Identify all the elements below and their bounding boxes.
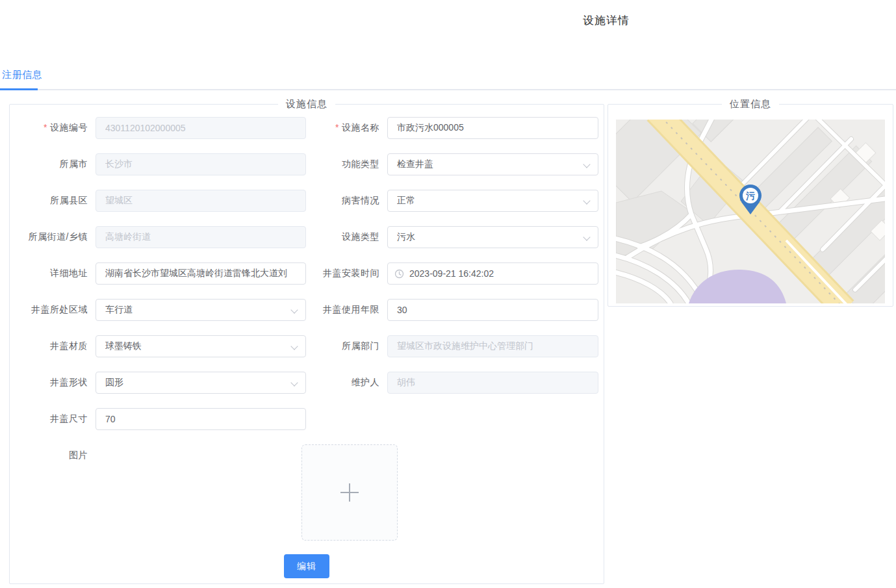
chevron-down-icon [290, 306, 298, 313]
form-row: 所属街道/乡镇 [10, 226, 306, 248]
map-canvas[interactable]: 污 [616, 120, 885, 303]
map-image: 污 [616, 120, 885, 303]
plus-icon [340, 483, 359, 502]
form-row: 功能类型 检查井盖 [306, 153, 598, 175]
field-control [387, 117, 598, 139]
select-value: 圆形 [105, 377, 123, 389]
field-label: 井盖安装时间 [306, 268, 387, 279]
form-row: 井盖所处区域 车行道 [10, 299, 306, 321]
edit-button[interactable]: 编辑 [284, 554, 329, 578]
form-row: *设施名称 [306, 117, 598, 139]
county-input[interactable] [96, 190, 306, 212]
tab-bar: 注册信息 [0, 69, 896, 90]
image-upload[interactable] [301, 444, 398, 541]
cover-material-select[interactable]: 球墨铸铁 [96, 335, 306, 357]
required-asterisk: * [335, 122, 339, 133]
city-input[interactable] [96, 153, 306, 175]
image-row: 图片 [10, 444, 604, 541]
department-input[interactable] [387, 335, 598, 357]
field-control [96, 444, 604, 541]
field-label: 井盖所处区域 [10, 304, 96, 316]
field-control [96, 226, 306, 248]
location-panel-legend: 位置信息 [722, 98, 779, 110]
field-control [96, 190, 306, 212]
field-label: 所属县区 [10, 195, 96, 207]
chevron-down-icon [583, 160, 590, 168]
form-row: 维护人 [306, 372, 598, 394]
field-label-text: 设施编号 [50, 122, 88, 133]
select-value: 污水 [397, 231, 415, 243]
field-label: 图片 [10, 444, 96, 461]
address-input[interactable] [96, 262, 306, 285]
form-row: 详细地址 [10, 262, 306, 285]
field-label-text: 设施名称 [342, 122, 379, 133]
select-value: 球墨铸铁 [105, 340, 142, 352]
chevron-down-icon [290, 379, 298, 386]
field-control [387, 299, 598, 321]
form-column-left: *设施编号 所属市 所属县区 [10, 117, 306, 444]
form-row: 设施类型 污水 [306, 226, 598, 248]
field-control [96, 153, 306, 175]
field-label: 井盖形状 [10, 377, 96, 389]
field-label: 井盖使用年限 [306, 304, 387, 316]
form-row: 所属县区 [10, 190, 306, 212]
facility-panel-legend: 设施信息 [278, 98, 335, 110]
select-value: 正常 [397, 195, 415, 207]
form-row: 所属部门 [306, 335, 598, 357]
field-control [96, 408, 306, 430]
form-row: *设施编号 [10, 117, 306, 139]
select-value: 检查井盖 [397, 159, 433, 170]
field-label: 井盖尺寸 [10, 413, 96, 425]
clock-icon [394, 269, 404, 279]
form-row: 所属市 [10, 153, 306, 175]
marker-glyph: 污 [745, 190, 755, 201]
field-control [387, 372, 598, 394]
field-label: 维护人 [306, 377, 387, 389]
cover-size-input[interactable] [96, 408, 306, 430]
field-label: *设施名称 [306, 122, 387, 134]
form-columns: *设施编号 所属市 所属县区 [10, 110, 604, 444]
cover-area-select[interactable]: 车行道 [96, 299, 306, 321]
field-control [96, 262, 306, 285]
form-row: 井盖形状 圆形 [10, 372, 306, 394]
install-time-picker[interactable]: 2023-09-21 16:42:02 [387, 262, 598, 285]
service-life-input[interactable] [387, 299, 598, 321]
cover-shape-select[interactable]: 圆形 [96, 372, 306, 394]
field-label: 井盖材质 [10, 340, 96, 352]
required-asterisk: * [44, 122, 47, 133]
form-row: 井盖安装时间 2023-09-21 16:42:02 [306, 262, 598, 285]
facility-detail-page: 设施详情 注册信息 设施信息 *设施编号 所属市 [0, 0, 896, 588]
field-control [96, 117, 306, 139]
facility-code-input[interactable] [96, 117, 306, 139]
disease-status-select[interactable]: 正常 [387, 190, 598, 212]
page-title: 设施详情 [583, 13, 630, 28]
field-label: 病害情况 [306, 195, 387, 207]
maintainer-input[interactable] [387, 372, 598, 394]
form-row: 井盖材质 球墨铸铁 [10, 335, 306, 357]
field-label: 设施类型 [306, 231, 387, 243]
field-label: 详细地址 [10, 268, 96, 279]
chevron-down-icon [583, 233, 590, 240]
active-tab-indicator [0, 88, 38, 90]
chevron-down-icon [583, 197, 590, 204]
field-control [387, 335, 598, 357]
field-label: 所属部门 [306, 340, 387, 352]
form-row: 井盖尺寸 [10, 408, 306, 430]
select-value: 车行道 [105, 304, 133, 316]
facility-info-panel: 设施信息 *设施编号 所属市 所属县区 [9, 98, 604, 584]
datetime-value: 2023-09-21 16:42:02 [409, 268, 494, 279]
tab-register-info[interactable]: 注册信息 [0, 69, 42, 89]
chevron-down-icon [290, 342, 298, 350]
form-row: 井盖使用年限 [306, 299, 598, 321]
field-label: 功能类型 [306, 159, 387, 170]
form-row: 病害情况 正常 [306, 190, 598, 212]
function-type-select[interactable]: 检查井盖 [387, 153, 598, 175]
button-row: 编辑 [10, 554, 604, 578]
form-column-right: *设施名称 功能类型 检查井盖 病害情况 正常 [306, 117, 598, 444]
street-input[interactable] [96, 226, 306, 248]
facility-name-input[interactable] [387, 117, 598, 139]
facility-type-select[interactable]: 污水 [387, 226, 598, 248]
field-label: *设施编号 [10, 122, 96, 134]
field-label: 所属街道/乡镇 [10, 231, 96, 243]
field-label: 所属市 [10, 159, 96, 170]
